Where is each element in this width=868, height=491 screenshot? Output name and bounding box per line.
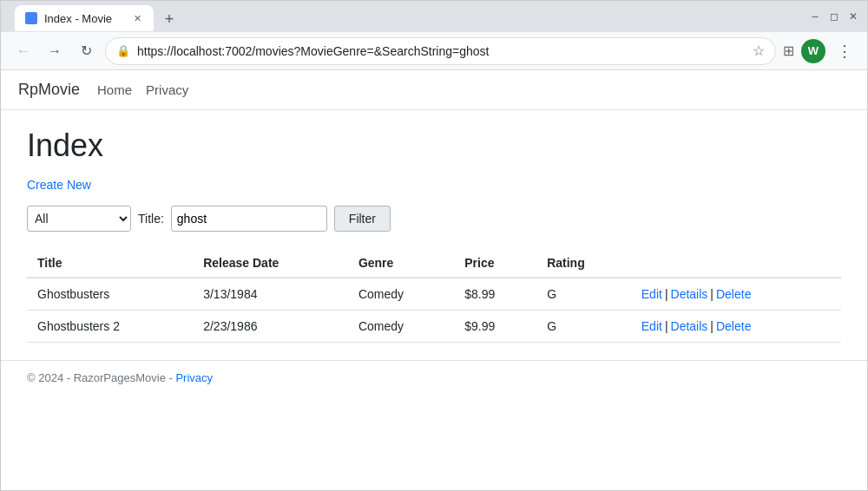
nav-home[interactable]: Home — [97, 82, 132, 97]
table-body: Ghostbusters 3/13/1984 Comedy $8.99 G Ed… — [27, 278, 841, 343]
main-content: Index Create New All Comedy Drama Action… — [1, 110, 867, 360]
movie-genre: Comedy — [348, 278, 454, 311]
movie-title: Ghostbusters 2 — [27, 311, 193, 343]
col-rating: Rating — [536, 249, 631, 278]
profile-button[interactable]: W — [801, 39, 825, 63]
title-bar: Index - Movie ✕ + – ◻ ✕ — [1, 1, 867, 32]
browser-window: Index - Movie ✕ + – ◻ ✕ ← → ↻ 🔒 ☆ ⊞ W ⋮ … — [0, 0, 868, 491]
movie-rating: G — [536, 311, 631, 343]
col-genre: Genre — [348, 249, 454, 278]
close-button[interactable]: ✕ — [846, 10, 860, 23]
site-brand: RpMovie — [18, 81, 80, 99]
col-actions — [631, 249, 841, 278]
action-links: Edit | Details | Delete — [641, 319, 831, 333]
page-content: RpMovie Home Privacy Index Create New Al… — [1, 70, 867, 490]
sep1-1: | — [665, 319, 668, 333]
site-navbar: RpMovie Home Privacy — [1, 70, 867, 110]
sep1-0: | — [665, 287, 668, 301]
movie-release-date: 3/13/1984 — [193, 278, 348, 311]
col-price: Price — [454, 249, 536, 278]
table-row: Ghostbusters 3/13/1984 Comedy $8.99 G Ed… — [27, 278, 841, 311]
movie-release-date: 2/23/1986 — [193, 311, 348, 343]
edit-link-1[interactable]: Edit — [641, 319, 662, 333]
movie-price: $9.99 — [454, 311, 536, 343]
minimize-button[interactable]: – — [808, 10, 822, 23]
browser-nav-bar: ← → ↻ 🔒 ☆ ⊞ W ⋮ — [1, 32, 867, 70]
site-nav-links: Home Privacy — [97, 82, 188, 97]
footer-text: © 2024 - RazorPagesMovie - — [27, 371, 175, 384]
movie-title: Ghostbusters — [27, 278, 193, 311]
movie-genre: Comedy — [348, 311, 454, 343]
delete-link-0[interactable]: Delete — [716, 287, 751, 301]
site-footer: © 2024 - RazorPagesMovie - Privacy — [1, 360, 867, 395]
forward-button[interactable]: → — [43, 39, 67, 63]
movie-actions: Edit | Details | Delete — [631, 311, 841, 343]
movie-actions: Edit | Details | Delete — [631, 278, 841, 311]
title-filter-label: Title: — [138, 212, 164, 226]
tab-close-icon[interactable]: ✕ — [132, 11, 143, 26]
filter-button[interactable]: Filter — [334, 206, 391, 232]
details-link-0[interactable]: Details — [671, 287, 708, 301]
table-header: Title Release Date Genre Price Rating — [27, 249, 841, 278]
browser-menu-button[interactable]: ⋮ — [832, 39, 857, 63]
col-title: Title — [27, 249, 193, 278]
reload-button[interactable]: ↻ — [74, 39, 98, 63]
title-search-input[interactable] — [171, 206, 327, 232]
edit-link-0[interactable]: Edit — [641, 287, 662, 301]
delete-link-1[interactable]: Delete — [716, 319, 751, 333]
details-link-1[interactable]: Details — [671, 319, 708, 333]
back-button[interactable]: ← — [11, 39, 36, 63]
movie-rating: G — [536, 278, 631, 311]
new-tab-button[interactable]: + — [157, 7, 181, 31]
footer-privacy-link[interactable]: Privacy — [175, 371, 213, 384]
tab-favicon — [25, 12, 37, 24]
security-icon: 🔒 — [116, 44, 130, 57]
table-row: Ghostbusters 2 2/23/1986 Comedy $9.99 G … — [27, 311, 841, 343]
genre-select[interactable]: All Comedy Drama Action Horror — [27, 206, 131, 232]
col-release-date: Release Date — [193, 249, 348, 278]
nav-privacy[interactable]: Privacy — [146, 82, 188, 97]
table-header-row: Title Release Date Genre Price Rating — [27, 249, 841, 278]
tab-title: Index - Movie — [44, 12, 125, 25]
action-links: Edit | Details | Delete — [641, 287, 831, 301]
maximize-button[interactable]: ◻ — [827, 10, 841, 23]
sep2-0: | — [710, 287, 713, 301]
browser-tab[interactable]: Index - Movie ✕ — [15, 5, 154, 31]
sep2-1: | — [710, 319, 713, 333]
movies-table: Title Release Date Genre Price Rating Gh… — [27, 249, 841, 343]
window-controls: – ◻ ✕ — [808, 10, 860, 23]
movie-price: $8.99 — [454, 278, 536, 311]
extensions-icon[interactable]: ⊞ — [783, 43, 794, 59]
filter-row: All Comedy Drama Action Horror Title: Fi… — [27, 206, 841, 232]
address-bar[interactable]: 🔒 ☆ — [105, 37, 776, 65]
bookmark-icon[interactable]: ☆ — [753, 43, 765, 59]
create-new-link[interactable]: Create New — [27, 178, 91, 192]
url-input[interactable] — [137, 44, 746, 58]
page-title: Index — [27, 128, 841, 164]
